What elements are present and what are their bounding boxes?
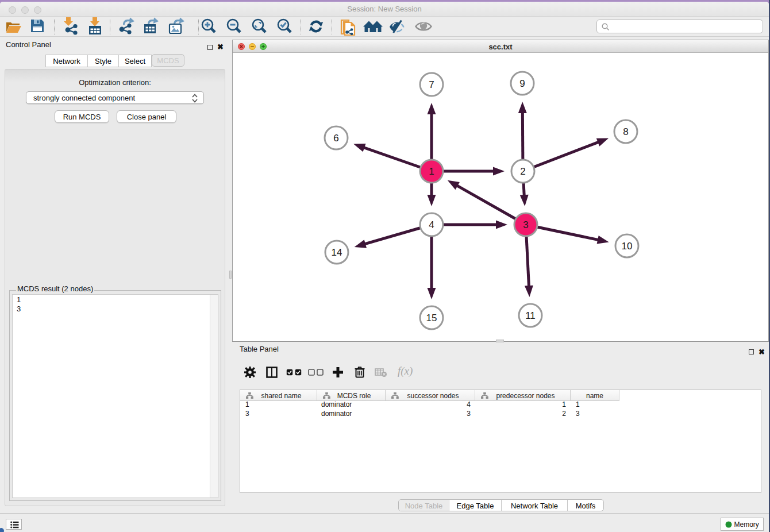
svg-text:3: 3 xyxy=(523,219,528,230)
svg-text:6: 6 xyxy=(333,133,338,144)
svg-text:2: 2 xyxy=(520,166,525,177)
svg-text:14: 14 xyxy=(332,247,342,258)
svg-text:15: 15 xyxy=(426,313,437,323)
svg-text:9: 9 xyxy=(519,78,525,89)
svg-text:4: 4 xyxy=(429,219,434,230)
svg-text:11: 11 xyxy=(525,310,536,321)
svg-text:8: 8 xyxy=(623,126,628,137)
svg-text:7: 7 xyxy=(429,79,434,90)
svg-text:1: 1 xyxy=(429,166,434,177)
svg-text:10: 10 xyxy=(622,241,633,252)
